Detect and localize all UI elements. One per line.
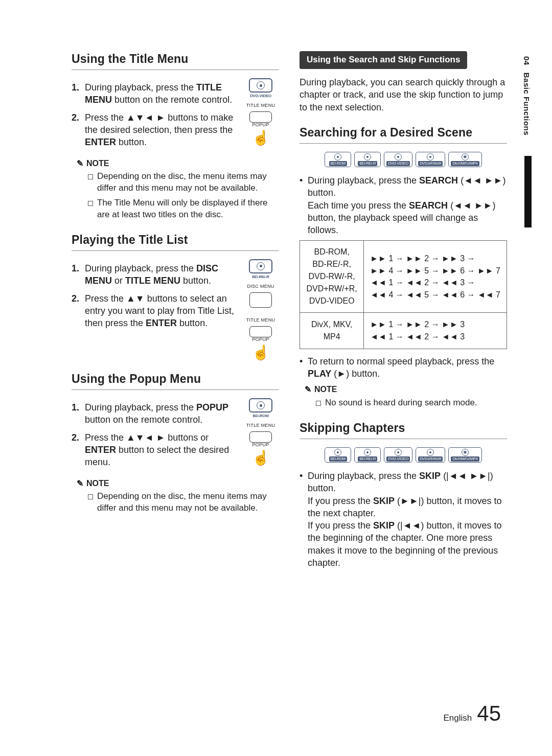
hand-press-icon: ☝ <box>252 451 270 465</box>
step-text: During playback, press the DISC MENU or … <box>85 262 237 287</box>
bullet-list: To return to normal speed playback, pres… <box>300 355 507 380</box>
step-text: During playback, press the POPUP button … <box>85 401 237 426</box>
popup-button-icon <box>249 326 272 337</box>
section-bar: Using the Search and Skip Functions <box>300 51 467 69</box>
disc-badge: DivX/MKV/MP4 <box>448 447 481 463</box>
step-number: 1. <box>72 81 85 106</box>
icon-column: DVD-VIDEO TITLE MENU POPUP ☝ <box>242 78 279 145</box>
step-text: Press the ▲▼◄ ► buttons to make the desi… <box>85 111 237 149</box>
page-number: 45 <box>477 699 501 728</box>
bullet-item: During playback, press the SKIP (|◄◄ ►►|… <box>300 470 507 569</box>
speed-cell-seq: ►► 1 → ►► 2 → ►► 3 → ►► 4 → ►► 5 → ►► 6 … <box>364 241 507 313</box>
speed-cell-media: BD-ROM, BD-RE/-R, DVD-RW/-R, DVD+RW/+R, … <box>300 241 364 313</box>
disc-badge: BD-ROM <box>325 447 351 463</box>
thumb-tab <box>524 156 532 227</box>
bullet-list: During playback, press the SEARCH (◄◄ ►►… <box>300 174 507 236</box>
note-heading: ✎NOTE <box>77 158 279 169</box>
disc-badge: DVD±R/W±R <box>416 447 445 463</box>
page-footer: English 45 <box>444 699 501 728</box>
disc-menu-button-icon <box>249 292 272 308</box>
step-text: During playback, press the TITLE MENU bu… <box>85 81 237 106</box>
disc-badge: DVD-VIDEO <box>384 152 412 167</box>
button-label: POPUP <box>252 122 269 128</box>
step-number: 2. <box>72 292 85 330</box>
button-label: DISC MENU <box>247 283 274 289</box>
speed-cell-seq: ►► 1 → ►► 2 → ►► 3 ◄◄ 1 → ◄◄ 2 → ◄◄ 3 <box>364 313 507 349</box>
chapter-side-tab: 04 Basic Functions <box>521 56 532 135</box>
title-list-steps: 1. During playback, press the DISC MENU … <box>72 262 237 329</box>
hand-press-icon: ☝ <box>252 131 270 145</box>
button-label: POPUP <box>252 442 269 448</box>
bullet-list: During playback, press the SKIP (|◄◄ ►►|… <box>300 470 507 569</box>
popup-menu-steps: 1. During playback, press the POPUP butt… <box>72 401 237 468</box>
button-label: POPUP <box>252 336 269 342</box>
step-text: Press the ▲▼◄ ► buttons or ENTER button … <box>85 431 237 469</box>
button-label: TITLE MENU <box>246 102 275 108</box>
heading-popup-menu: Using the Popup Menu <box>72 371 279 390</box>
disc-label: BD-RE/-R <box>252 274 269 280</box>
disc-label: DVD-VIDEO <box>250 94 271 99</box>
note-item: Depending on the disc, the menu items ma… <box>88 491 279 514</box>
note-heading: ✎NOTE <box>77 478 279 489</box>
disc-badge: DVD±R/W±R <box>416 152 445 167</box>
disc-badge: DVD-VIDEO <box>384 447 412 463</box>
button-label: TITLE MENU <box>246 317 275 323</box>
step-number: 2. <box>72 111 85 149</box>
disc-badge: BD-ROM <box>325 152 351 167</box>
right-column: Using the Search and Skip Functions Duri… <box>300 51 507 573</box>
chapter-title: Basic Functions <box>522 73 531 135</box>
heading-skip-chapters: Skipping Chapters <box>300 420 507 439</box>
heading-search-scene: Searching for a Desired Scene <box>300 125 507 144</box>
footer-language: English <box>444 713 472 724</box>
button-label: TITLE MENU <box>246 422 275 428</box>
disc-badge: DivX/MKV/MP4 <box>448 152 481 167</box>
heading-title-menu: Using the Title Menu <box>72 51 279 70</box>
speed-cell-media: DivX, MKV, MP4 <box>300 313 364 349</box>
intro-paragraph: During playback, you can search quickly … <box>300 76 507 113</box>
popup-button-icon <box>249 111 272 123</box>
disc-icon <box>249 398 272 413</box>
disc-badge: BD-RE/-R <box>354 447 381 463</box>
icon-column: BD-RE/-R DISC MENU TITLE MENU POPUP ☝ <box>242 259 279 360</box>
disc-label: BD-ROM <box>252 414 268 419</box>
note-item: No sound is heard during search mode. <box>316 397 507 409</box>
disc-badge: BD-RE/-R <box>354 152 381 167</box>
note-icon: ✎ <box>305 384 311 395</box>
chapter-number: 04 <box>522 56 531 65</box>
note-list: Depending on the disc, the menu items ma… <box>72 491 279 514</box>
bullet-item: During playback, press the SEARCH (◄◄ ►►… <box>300 174 507 236</box>
speed-table: BD-ROM, BD-RE/-R, DVD-RW/-R, DVD+RW/+R, … <box>300 240 507 349</box>
note-icon: ✎ <box>77 478 83 489</box>
note-icon: ✎ <box>77 158 83 169</box>
step-text: Press the ▲▼ buttons to select an entry … <box>85 292 237 330</box>
disc-icon <box>249 259 272 273</box>
disc-icon <box>249 78 272 93</box>
left-column: Using the Title Menu 1. During playback,… <box>72 51 279 573</box>
note-item: Depending on the disc, the menu items ma… <box>88 171 279 194</box>
heading-title-list: Playing the Title List <box>72 232 279 251</box>
step-number: 2. <box>72 431 85 469</box>
hand-press-icon: ☝ <box>252 346 270 360</box>
title-menu-steps: 1. During playback, press the TITLE MENU… <box>72 81 237 148</box>
icon-column: BD-ROM TITLE MENU POPUP ☝ <box>242 398 279 465</box>
step-number: 1. <box>72 262 85 287</box>
popup-button-icon <box>249 431 272 443</box>
disc-type-row: BD-ROM BD-RE/-R DVD-VIDEO DVD±R/W±R DivX… <box>300 152 507 167</box>
step-number: 1. <box>72 401 85 426</box>
note-list: No sound is heard during search mode. <box>300 397 507 409</box>
bullet-item: To return to normal speed playback, pres… <box>300 355 507 380</box>
disc-type-row: BD-ROM BD-RE/-R DVD-VIDEO DVD±R/W±R DivX… <box>300 447 507 463</box>
note-item: The Title Menu will only be displayed if… <box>88 197 279 221</box>
note-list: Depending on the disc, the menu items ma… <box>72 171 279 221</box>
note-heading: ✎NOTE <box>305 384 507 395</box>
